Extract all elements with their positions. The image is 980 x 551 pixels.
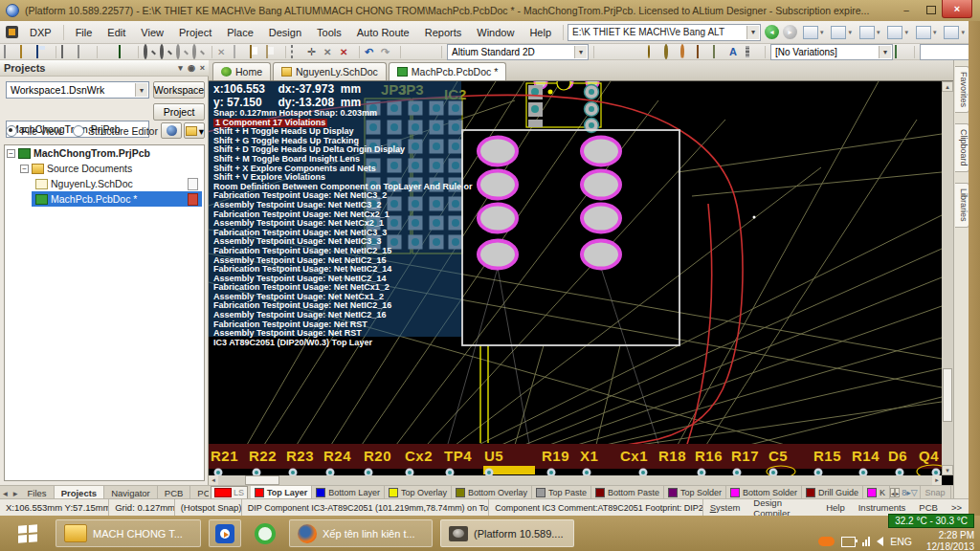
interactive-routing-icon[interactable] bbox=[599, 46, 613, 58]
new-document-icon[interactable] bbox=[4, 46, 18, 58]
menu-design[interactable]: Design bbox=[261, 24, 309, 41]
layer-tab-bottom-layer[interactable]: Bottom Layer bbox=[312, 486, 385, 499]
select-area-icon[interactable] bbox=[291, 46, 305, 58]
menu-edit[interactable]: Edit bbox=[100, 24, 133, 41]
zoom-area-icon[interactable] bbox=[160, 46, 174, 58]
tree-row-source-documents[interactable]: − Source Documents bbox=[5, 161, 204, 176]
clock[interactable]: 2:28 PM 12/18/2013 bbox=[926, 530, 974, 551]
find-tool-icon[interactable] bbox=[859, 26, 875, 39]
layer-filter-icons[interactable]: 8▸▽ bbox=[900, 488, 919, 497]
layer-tab-top-overlay[interactable]: Top Overlay bbox=[385, 486, 452, 499]
place-fill-icon[interactable] bbox=[697, 46, 711, 58]
doc-tab-pcbdoc[interactable]: MachPcb.PcbDoc * bbox=[389, 62, 506, 80]
grid-tool-icon[interactable] bbox=[944, 26, 959, 39]
status-menu-instruments[interactable]: Instruments bbox=[852, 502, 913, 513]
file-view-radio[interactable]: File View bbox=[6, 125, 61, 137]
workspace-button[interactable]: Workspace bbox=[153, 81, 205, 99]
horizontal-scrollbar[interactable]: ◂ ▸ bbox=[209, 475, 942, 485]
zoom-check-icon[interactable] bbox=[192, 46, 207, 58]
panel-close-icon[interactable]: × bbox=[200, 63, 205, 73]
copy-icon[interactable] bbox=[234, 46, 248, 58]
back-button[interactable]: ◂ bbox=[765, 25, 779, 39]
minimize-button[interactable]: – bbox=[896, 2, 917, 17]
status-menu-system[interactable]: SSystemystem bbox=[703, 502, 747, 513]
variations-combobox[interactable]: [No Variations] ▾ bbox=[770, 44, 893, 60]
horizontal-scroll-thumb[interactable] bbox=[245, 475, 279, 485]
tree-row-project[interactable]: − MachChongTrom.PrjPcb bbox=[5, 145, 204, 161]
taskbar-item-firefox[interactable]: Xếp tên linh kiên t... bbox=[289, 519, 433, 547]
pencil-icon[interactable] bbox=[406, 46, 420, 58]
window-titlebar[interactable]: (Platform 10.589.22577) - E:\K THIET KE … bbox=[0, 0, 980, 21]
redo-icon[interactable]: ↷ bbox=[381, 46, 395, 58]
status-menu-more[interactable]: >> bbox=[945, 502, 969, 513]
vertical-scrollbar[interactable]: ▴ ▾ bbox=[942, 81, 953, 475]
panel-tab-pcb[interactable]: PCB bbox=[158, 486, 191, 499]
taskbar-item-media-player[interactable] bbox=[209, 519, 241, 547]
menu-tools[interactable]: Tools bbox=[309, 24, 349, 41]
panel-pin-icon[interactable]: ◉ bbox=[188, 63, 195, 73]
battery-icon[interactable] bbox=[841, 537, 856, 547]
pcb-editor-canvas[interactable]: JP3 JP3 IC2 x:106.553 dx:-37.973 mm y: 5… bbox=[209, 81, 942, 475]
deselect-icon[interactable]: ✕ bbox=[323, 46, 338, 58]
menu-dxp[interactable]: DXP bbox=[22, 24, 59, 41]
panel-tab-clipboard[interactable]: Clipboard bbox=[955, 123, 969, 172]
snap-button[interactable]: Snap bbox=[920, 486, 950, 499]
layer-tab-bottom-overlay[interactable]: Bottom Overlay bbox=[452, 486, 532, 499]
maximize-button[interactable] bbox=[921, 2, 942, 17]
panel-tab-libraries[interactable]: Libraries bbox=[955, 183, 969, 228]
variant-board-icon[interactable] bbox=[895, 46, 909, 58]
find-similar-icon[interactable] bbox=[422, 46, 436, 58]
panel-tab-files[interactable]: Files bbox=[21, 486, 55, 499]
print-preview-icon[interactable] bbox=[78, 46, 92, 58]
layer-tab-top-paste[interactable]: Top Paste bbox=[532, 486, 591, 499]
taskbar-item-altium[interactable]: (Platform 10.589.... bbox=[440, 519, 574, 547]
address-combobox[interactable]: E:\K THIET KE MACH\Ve Bang ALT ▾ bbox=[568, 24, 761, 41]
place-component-icon[interactable] bbox=[746, 46, 760, 58]
scroll-left-icon[interactable]: ◂ bbox=[209, 475, 218, 485]
chevron-down-icon[interactable]: ▾ bbox=[746, 26, 759, 39]
menu-auto-route[interactable]: Auto Route bbox=[349, 24, 417, 41]
cut-icon[interactable]: ✕ bbox=[217, 46, 232, 58]
taskbar-item-browser[interactable] bbox=[249, 519, 281, 547]
menu-view[interactable]: View bbox=[133, 24, 171, 41]
menu-window[interactable]: Window bbox=[469, 24, 522, 41]
dragged-component-footprint[interactable] bbox=[462, 130, 679, 345]
status-menu-pcb[interactable]: PCB bbox=[912, 502, 945, 513]
paste-icon[interactable] bbox=[250, 46, 264, 58]
menu-help[interactable]: Help bbox=[522, 24, 559, 41]
temperature-widget[interactable]: 32.2 °C - 30.3 °C bbox=[888, 514, 974, 528]
clear-filter-icon[interactable]: ✕ bbox=[340, 46, 354, 58]
panel-tab-projects[interactable]: Projects bbox=[55, 486, 105, 499]
doc-tab-home[interactable]: Home bbox=[212, 62, 271, 80]
print-icon[interactable] bbox=[61, 46, 76, 58]
panel-folder-button[interactable]: ▾ bbox=[184, 122, 205, 139]
scroll-right-icon[interactable]: ▸ bbox=[932, 475, 942, 485]
panel-tab-navigator[interactable]: Navigator bbox=[104, 486, 158, 499]
menu-place[interactable]: Place bbox=[219, 24, 261, 41]
speaker-icon[interactable] bbox=[877, 537, 883, 546]
tree-row-schdoc[interactable]: NguyenLy.SchDoc bbox=[5, 176, 204, 191]
open-document-icon[interactable] bbox=[20, 46, 34, 58]
layer-tab-top-layer[interactable]: Top Layer bbox=[251, 486, 312, 499]
zoom-document-icon[interactable] bbox=[144, 46, 158, 58]
panel-menu-icon[interactable]: ▾ bbox=[178, 63, 183, 73]
measure-tool-icon[interactable] bbox=[803, 26, 818, 39]
tabs-scroll-right-icon[interactable]: ▸ bbox=[11, 488, 21, 498]
status-menu-help[interactable]: Help bbox=[819, 502, 852, 513]
project-button[interactable]: Project bbox=[153, 103, 205, 121]
workspace-combobox[interactable]: Workspace1.DsnWrk ▾ bbox=[6, 81, 149, 99]
view-3d-icon[interactable] bbox=[102, 46, 117, 58]
workspace-tool-icon[interactable] bbox=[887, 26, 902, 39]
doc-tab-schdoc[interactable]: NguyenLy.SchDoc bbox=[273, 62, 387, 80]
panel-tab-favorites[interactable]: Favorites bbox=[955, 66, 969, 113]
layer-tab-top-solder[interactable]: Top Solder bbox=[664, 486, 726, 499]
scroll-up-icon[interactable]: ▴ bbox=[942, 81, 953, 92]
collapse-icon[interactable]: − bbox=[20, 165, 29, 173]
start-button[interactable] bbox=[0, 516, 56, 551]
tray-app-icon[interactable] bbox=[818, 537, 835, 546]
menu-project[interactable]: Project bbox=[171, 24, 219, 41]
tree-row-pcbdoc[interactable]: MachPcb.PcbDoc * bbox=[5, 191, 204, 207]
forward-button[interactable]: ▸ bbox=[783, 25, 797, 39]
route-differential-icon[interactable] bbox=[615, 46, 630, 58]
place-pad-icon[interactable] bbox=[648, 46, 662, 58]
